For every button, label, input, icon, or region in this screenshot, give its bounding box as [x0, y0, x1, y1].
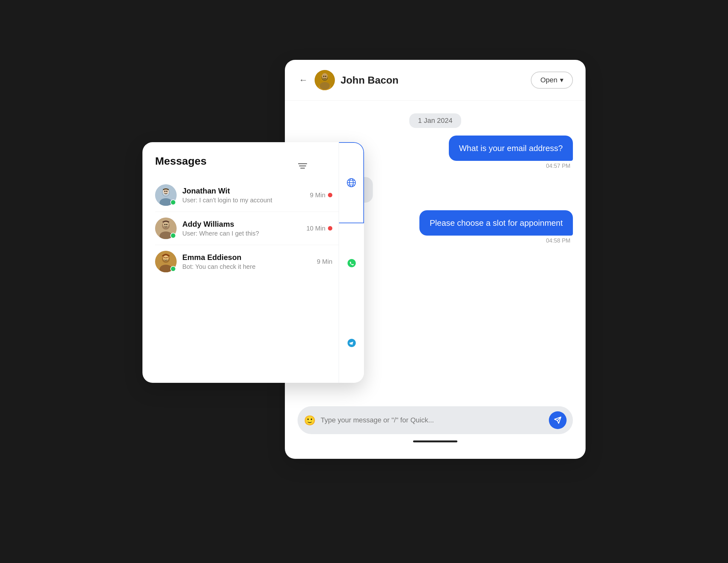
- svg-point-6: [325, 76, 326, 77]
- conversation-list: Jonathan Wit User: I can't login to my a…: [155, 178, 339, 278]
- web-icon: [346, 178, 356, 188]
- message-time: 04:58 PM: [543, 237, 573, 244]
- unread-indicator: [328, 226, 332, 230]
- svg-point-5: [323, 76, 324, 77]
- message-bubble: What is your email address?: [449, 135, 573, 161]
- status-button[interactable]: Open ▾: [531, 72, 573, 89]
- send-icon: [554, 416, 562, 424]
- filter-button[interactable]: [298, 162, 307, 172]
- avatar-wrap: [155, 251, 177, 272]
- message-preview: User: I can't login to my account: [182, 197, 304, 204]
- messages-panel: Messages: [142, 142, 364, 383]
- svg-point-7: [320, 82, 330, 90]
- svg-point-17: [166, 191, 167, 192]
- svg-point-16: [164, 191, 166, 192]
- time-label: 10 Min: [306, 225, 325, 232]
- home-indicator: [413, 441, 457, 442]
- message-time: 9 Min: [317, 258, 332, 265]
- unread-indicator: [328, 193, 332, 197]
- filter-icon: [298, 162, 307, 169]
- conversation-item[interactable]: Addy Williams User: Where can I get this…: [155, 212, 339, 245]
- avatar-wrap: [155, 217, 177, 239]
- channel-strip: [339, 142, 364, 383]
- contact-name: John Bacon: [341, 74, 525, 86]
- conversation-info: Emma Eddieson Bot: You can check it here: [182, 253, 311, 270]
- input-row: 🙂: [298, 406, 573, 434]
- telegram-icon: [347, 338, 357, 348]
- conversation-info: Addy Williams User: Where can I get this…: [182, 220, 301, 237]
- svg-point-35: [348, 259, 356, 267]
- panel-title: Messages: [155, 155, 207, 167]
- conversation-info: Jonathan Wit User: I can't login to my a…: [182, 186, 304, 204]
- message-time: 10 Min: [306, 225, 332, 232]
- contact-name: Emma Eddieson: [182, 253, 311, 262]
- contact-avatar: [315, 70, 335, 90]
- svg-point-23: [166, 224, 167, 225]
- message-bubble: Please choose a slot for appoinment: [419, 210, 573, 235]
- status-label: Open: [540, 76, 557, 84]
- chat-header: ← John Bacon Open ▾: [285, 60, 586, 101]
- dropdown-arrow-icon: ▾: [560, 76, 563, 84]
- conversation-item[interactable]: Emma Eddieson Bot: You can check it here…: [155, 245, 339, 278]
- channel-whatsapp[interactable]: [339, 223, 364, 303]
- svg-point-4: [322, 73, 328, 79]
- conversation-item[interactable]: Jonathan Wit User: I can't login to my a…: [155, 178, 339, 212]
- panel-content: Messages: [142, 142, 339, 383]
- online-status: [170, 233, 176, 238]
- emoji-button[interactable]: 🙂: [304, 415, 316, 426]
- send-button[interactable]: [549, 411, 567, 429]
- conversation-meta: 9 Min: [310, 191, 332, 199]
- message-preview: User: Where can I get this?: [182, 230, 301, 237]
- message-preview: Bot: You can check it here: [182, 263, 311, 270]
- input-area: 🙂: [285, 399, 586, 459]
- message-time: 9 Min: [310, 191, 332, 199]
- online-status: [170, 266, 176, 272]
- contact-name: Jonathan Wit: [182, 186, 304, 195]
- channel-web[interactable]: [339, 142, 364, 223]
- time-label: 9 Min: [317, 258, 332, 265]
- svg-point-22: [164, 224, 166, 225]
- time-label: 9 Min: [310, 191, 325, 199]
- message-time: 04:57 PM: [543, 163, 573, 169]
- contact-name: Addy Williams: [182, 220, 301, 228]
- conversation-meta: 10 Min: [306, 225, 332, 232]
- online-status: [170, 199, 176, 205]
- channel-telegram[interactable]: [339, 303, 364, 383]
- back-button[interactable]: ←: [298, 74, 309, 86]
- avatar-wrap: [155, 184, 177, 206]
- date-badge: 1 Jan 2024: [409, 113, 461, 128]
- message-input[interactable]: [321, 416, 544, 424]
- conversation-meta: 9 Min: [317, 258, 332, 265]
- whatsapp-icon: [347, 258, 357, 268]
